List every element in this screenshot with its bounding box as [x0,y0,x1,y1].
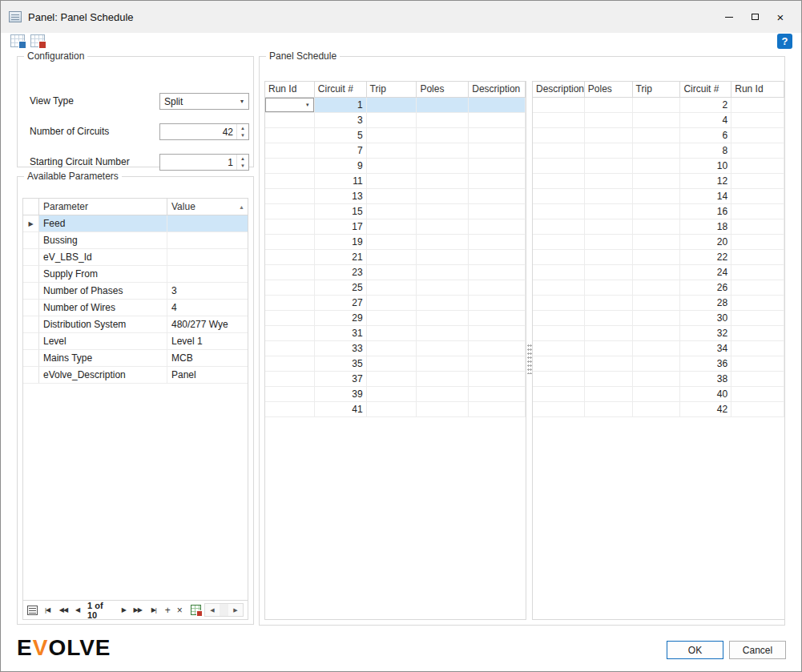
cell[interactable] [533,113,585,128]
cell[interactable] [265,235,315,250]
cell[interactable] [417,265,469,280]
cancel-button[interactable]: Cancel [729,641,786,659]
cell[interactable] [469,356,526,372]
cell[interactable] [585,189,633,204]
cell[interactable] [731,402,784,417]
parameter-name-cell[interactable]: eVolve_Description [39,367,167,384]
circuit-number-cell[interactable]: 2 [680,98,731,113]
cell[interactable] [585,356,633,372]
cell[interactable] [633,250,681,265]
circuit-number-cell[interactable]: 41 [315,402,367,417]
cell[interactable] [731,143,784,159]
cell[interactable] [633,387,681,402]
scrollbar-track[interactable] [220,604,228,616]
cell[interactable] [533,189,585,204]
help-button[interactable]: ? [777,34,792,49]
cell[interactable] [265,250,315,265]
horizontal-scrollbar[interactable]: ◀ ▶ [204,603,244,617]
circuit-number-cell[interactable]: 29 [315,311,367,326]
parameter-value-cell[interactable]: Panel [167,367,248,384]
circuit-row[interactable]: 12 [533,174,784,189]
circuit-number-cell[interactable]: 8 [680,143,731,159]
circuit-row[interactable]: 19 [265,235,526,250]
cell[interactable] [367,265,417,280]
circuit-number-cell[interactable]: 4 [680,113,731,128]
cell[interactable] [633,326,681,341]
circuit-number-cell[interactable]: 35 [315,356,367,372]
cell[interactable] [533,311,585,326]
parameter-row[interactable]: Number of Phases3 [23,283,248,300]
cell[interactable] [633,265,681,280]
cell[interactable] [469,402,526,417]
cell[interactable] [585,296,633,311]
parameter-name-cell[interactable]: Number of Phases [39,283,167,300]
circuit-row[interactable]: 29 [265,311,526,326]
cell[interactable] [417,174,469,189]
parameter-value-cell[interactable] [167,249,248,266]
parameter-value-cell[interactable]: 4 [167,300,248,316]
circuit-row[interactable]: 25 [265,280,526,296]
cell[interactable] [731,341,784,356]
parameter-name-cell[interactable]: eV_LBS_Id [39,249,167,266]
cell[interactable] [731,174,784,189]
cell[interactable] [469,174,526,189]
cell[interactable] [585,143,633,159]
cell[interactable] [585,98,633,113]
circuit-row[interactable]: 37 [265,372,526,387]
ok-button[interactable]: OK [667,641,723,659]
cell[interactable] [417,219,469,235]
circuit-number-cell[interactable]: 38 [680,372,731,387]
parameter-value-cell[interactable] [167,232,248,249]
circuit-number-cell[interactable]: 16 [680,204,731,219]
column-header[interactable]: Run Id [731,82,784,97]
parameter-row[interactable]: Supply From [23,266,248,283]
dropdown-arrow-icon[interactable]: ▾ [236,94,248,109]
cell[interactable] [265,174,315,189]
cell[interactable] [731,250,784,265]
cell[interactable] [367,296,417,311]
parameter-row[interactable]: LevelLevel 1 [23,333,248,350]
cell[interactable] [367,98,417,113]
circuit-row[interactable]: 42 [533,402,784,417]
cell[interactable] [585,387,633,402]
circuit-number-cell[interactable]: 12 [680,174,731,189]
cell[interactable] [731,189,784,204]
cell[interactable] [633,143,681,159]
cell[interactable] [417,159,469,174]
cell[interactable] [633,159,681,174]
parameter-row[interactable]: eV_LBS_Id [23,249,248,266]
circuit-number-cell[interactable]: 33 [315,341,367,356]
cell[interactable] [417,189,469,204]
column-header[interactable]: Poles [585,82,633,97]
spin-up-icon[interactable]: ▲ [237,124,248,132]
cell[interactable] [367,204,417,219]
cell[interactable] [585,402,633,417]
cell[interactable] [367,113,417,128]
cell[interactable] [417,326,469,341]
circuit-number-cell[interactable]: 21 [315,250,367,265]
circuit-number-cell[interactable]: 42 [680,402,731,417]
circuit-row[interactable]: 27 [265,296,526,311]
cell[interactable] [633,356,681,372]
circuit-number-cell[interactable]: 11 [315,174,367,189]
cell[interactable] [417,387,469,402]
cell[interactable] [533,296,585,311]
cell[interactable] [633,235,681,250]
cell[interactable] [367,356,417,372]
cell[interactable] [585,280,633,296]
nav-last-button[interactable]: ▶| [147,606,160,614]
cell[interactable] [533,387,585,402]
cell[interactable] [265,219,315,235]
column-header[interactable]: Poles [417,82,469,97]
cell[interactable] [469,341,526,356]
cell[interactable] [633,189,681,204]
parameter-row[interactable]: eVolve_DescriptionPanel [23,367,248,384]
parameter-value-cell[interactable] [167,266,248,283]
column-header-value[interactable]: Value ▲ [167,199,248,215]
circuit-number-cell[interactable]: 10 [680,159,731,174]
circuit-row[interactable]: 15 [265,204,526,219]
cell[interactable] [265,128,315,143]
cell[interactable] [417,98,469,113]
column-header[interactable]: Circuit # [680,82,731,97]
circuit-row[interactable]: 17 [265,219,526,235]
